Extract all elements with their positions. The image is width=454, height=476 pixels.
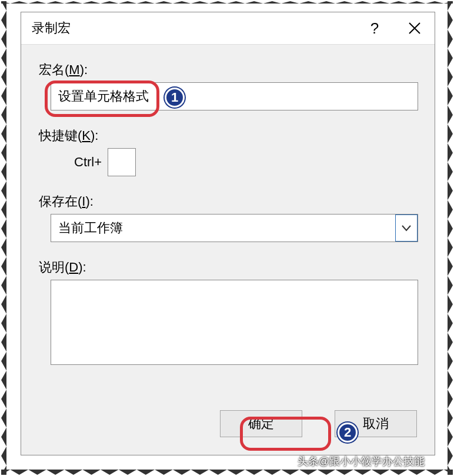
close-button[interactable]	[395, 12, 435, 45]
shortcut-key-input[interactable]	[108, 148, 136, 176]
help-icon: ?	[370, 19, 379, 38]
record-macro-dialog: 录制宏 ? 宏名(M): 快捷键(K): Ctrl+ 保存在(I): 当前工作簿	[21, 12, 435, 455]
close-icon	[408, 21, 422, 35]
help-button[interactable]: ?	[355, 12, 395, 45]
title-bar: 录制宏 ?	[21, 12, 435, 45]
save-in-value: 当前工作簿	[51, 214, 395, 242]
chevron-down-icon	[401, 224, 412, 232]
button-row: 确定 取消	[220, 410, 417, 437]
description-label: 说明(D):	[39, 259, 417, 276]
dialog-title: 录制宏	[32, 19, 355, 37]
shortcut-label: 快捷键(K):	[39, 127, 417, 145]
macro-name-input[interactable]	[51, 82, 418, 110]
save-in-dropdown[interactable]: 当前工作簿	[51, 214, 418, 242]
watermark: 头条@跟小小筱学办公技能	[298, 454, 425, 468]
dialog-content: 宏名(M): 快捷键(K): Ctrl+ 保存在(I): 当前工作簿 说明(D)…	[21, 45, 435, 379]
description-input[interactable]	[51, 280, 418, 365]
cancel-button[interactable]: 取消	[335, 410, 417, 437]
shortcut-prefix: Ctrl+	[74, 155, 102, 170]
dropdown-arrow-button[interactable]	[395, 214, 418, 242]
macro-name-label: 宏名(M):	[39, 61, 417, 79]
ok-button[interactable]: 确定	[220, 410, 302, 437]
save-in-label: 保存在(I):	[39, 193, 417, 210]
